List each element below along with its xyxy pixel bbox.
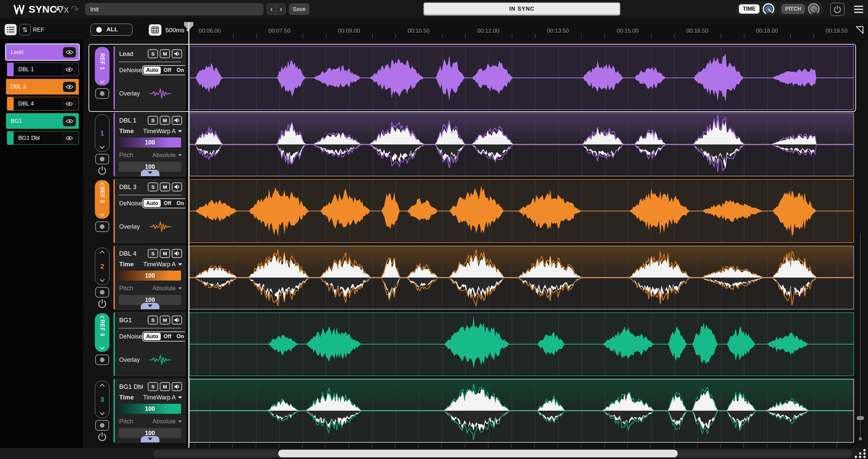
time-mode-dropdown[interactable]: TimeWarp A xyxy=(143,128,182,135)
record-arm-button[interactable] xyxy=(95,154,109,164)
pitch-mode-dropdown[interactable]: Absolute xyxy=(152,418,182,425)
waveform-display[interactable] xyxy=(189,113,854,176)
sidebar-item-lead[interactable]: Lead xyxy=(6,44,79,60)
ruler-tick xyxy=(233,34,234,38)
vertical-zoom-thumb[interactable] xyxy=(857,416,864,420)
record-arm-button[interactable] xyxy=(95,355,109,365)
speaker-button[interactable] xyxy=(172,49,182,58)
speaker-button[interactable] xyxy=(172,116,182,125)
header-expand-button[interactable] xyxy=(141,303,159,310)
time-amount-slider[interactable]: 100 xyxy=(119,271,181,281)
mute-button[interactable]: M xyxy=(160,315,170,325)
ref-group-pill[interactable]: REF 3 xyxy=(95,313,110,352)
visibility-eye-icon[interactable] xyxy=(63,133,75,143)
sidebar-item-bg1dbl[interactable]: BG1 Dbl xyxy=(7,131,79,145)
solo-button[interactable]: S xyxy=(148,116,158,125)
pitch-mode-dropdown[interactable]: Absolute xyxy=(152,152,182,159)
visibility-eye-icon[interactable] xyxy=(63,82,76,92)
grid-resolution-dropdown[interactable]: 500ms xyxy=(165,27,189,34)
denoise-option-off[interactable]: Off xyxy=(161,333,174,340)
sidebar-item-dbl1[interactable]: DBL 1 xyxy=(7,63,79,76)
mute-button[interactable]: M xyxy=(160,382,170,391)
hamburger-menu-icon[interactable] xyxy=(854,6,863,13)
redo-icon[interactable]: ↷ xyxy=(68,3,82,15)
time-mode-dropdown[interactable]: TimeWarp A xyxy=(143,261,182,268)
pitch-toggle-button[interactable]: PITCH xyxy=(781,4,805,13)
record-arm-button[interactable] xyxy=(95,88,109,99)
denoise-option-on[interactable]: On xyxy=(174,67,185,74)
denoise-option-auto[interactable]: Auto xyxy=(144,200,161,207)
speaker-button[interactable] xyxy=(172,182,182,191)
waveform-display[interactable] xyxy=(189,246,854,310)
track-list-button[interactable] xyxy=(5,24,17,35)
solo-button[interactable]: S xyxy=(148,382,158,391)
header-expand-button[interactable] xyxy=(141,170,159,176)
save-button[interactable]: Save xyxy=(289,3,310,15)
pitch-mode-dropdown[interactable]: Absolute xyxy=(152,285,182,292)
speaker-button[interactable] xyxy=(172,249,182,258)
record-arm-button[interactable] xyxy=(95,221,109,232)
denoise-option-on[interactable]: On xyxy=(174,200,185,207)
pitch-knob[interactable] xyxy=(807,3,820,15)
overlay-waveform-icon[interactable] xyxy=(149,220,172,233)
record-arm-button[interactable] xyxy=(95,420,109,431)
track-power-icon[interactable] xyxy=(97,432,107,441)
grid-snap-button[interactable] xyxy=(149,24,161,36)
horizontal-scrollbar[interactable] xyxy=(153,450,852,457)
denoise-option-off[interactable]: Off xyxy=(161,200,174,207)
undo-icon[interactable]: ↶ xyxy=(53,3,66,15)
overlay-waveform-icon[interactable] xyxy=(149,354,172,366)
solo-button[interactable]: S xyxy=(148,49,158,58)
preset-name-input[interactable] xyxy=(85,3,264,15)
preset-prev-button[interactable]: ‹ xyxy=(267,4,277,14)
time-control-group: TIME xyxy=(736,2,777,16)
sidebar-item-bg1[interactable]: BG1 xyxy=(6,113,79,129)
group-number-pill[interactable]: 2 xyxy=(95,248,110,285)
overlay-waveform-icon[interactable] xyxy=(149,87,172,100)
header-expand-button[interactable] xyxy=(141,436,159,443)
denoise-option-off[interactable]: Off xyxy=(161,67,174,74)
speaker-button[interactable] xyxy=(172,382,182,391)
record-arm-button[interactable] xyxy=(95,287,109,298)
visibility-eye-icon[interactable] xyxy=(63,64,75,74)
sidebar-item-dbl3[interactable]: DBL 3 xyxy=(6,79,79,94)
power-button[interactable] xyxy=(830,3,845,16)
ref-group-pill[interactable]: REF 2 xyxy=(95,180,110,219)
autoscroll-flag-icon[interactable] xyxy=(855,25,865,35)
time-amount-slider[interactable]: 100 xyxy=(119,137,181,148)
mute-button[interactable]: M xyxy=(160,249,170,258)
visibility-eye-icon[interactable] xyxy=(63,98,75,109)
mute-button[interactable]: M xyxy=(160,49,170,58)
all-toggle-button[interactable]: ALL xyxy=(91,24,132,36)
waveform-display[interactable] xyxy=(189,179,854,243)
resize-grip-icon[interactable] xyxy=(855,449,867,458)
track-power-icon[interactable] xyxy=(97,299,107,308)
waveform-display[interactable] xyxy=(189,46,854,110)
solo-button[interactable]: S xyxy=(148,249,158,258)
in-sync-button[interactable]: IN SYNC xyxy=(423,2,620,16)
group-number-pill[interactable]: 3 xyxy=(95,381,110,418)
visibility-eye-icon[interactable] xyxy=(63,116,76,126)
visibility-eye-icon[interactable] xyxy=(63,47,76,57)
waveform-display[interactable] xyxy=(189,379,854,443)
solo-button[interactable]: S xyxy=(148,315,158,325)
track-power-icon[interactable] xyxy=(97,166,107,175)
solo-button[interactable]: S xyxy=(148,182,158,191)
ref-sort-button[interactable]: ⇅ xyxy=(19,24,31,35)
time-toggle-button[interactable]: TIME xyxy=(739,4,760,13)
denoise-option-auto[interactable]: Auto xyxy=(144,67,161,74)
speaker-button[interactable] xyxy=(172,315,182,325)
time-mode-dropdown[interactable]: TimeWarp A xyxy=(143,394,182,401)
preset-next-button[interactable]: › xyxy=(277,4,286,14)
ref-group-pill[interactable]: REF 1 xyxy=(95,47,110,86)
horizontal-scrollbar-thumb[interactable] xyxy=(278,450,678,457)
time-amount-slider[interactable]: 100 xyxy=(119,404,181,414)
denoise-option-on[interactable]: On xyxy=(174,333,185,340)
denoise-option-auto[interactable]: Auto xyxy=(144,333,161,340)
mute-button[interactable]: M xyxy=(160,182,170,191)
sidebar-item-dbl4[interactable]: DBL 4 xyxy=(7,97,79,111)
time-knob[interactable] xyxy=(762,3,775,15)
waveform-display[interactable] xyxy=(189,312,854,376)
mute-button[interactable]: M xyxy=(160,116,170,125)
group-number-pill[interactable]: 1 xyxy=(95,115,110,152)
